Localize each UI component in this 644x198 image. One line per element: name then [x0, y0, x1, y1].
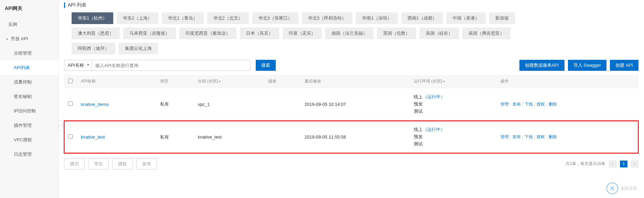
cell-group: vpc_1	[194, 88, 264, 121]
api-name-link[interactable]: knative_demo	[81, 102, 109, 107]
th-desc: 描述	[264, 75, 300, 88]
th-modified: 最后修改	[300, 75, 410, 88]
region-tab[interactable]: 新加坡	[489, 12, 515, 24]
collapse-handle[interactable]: ⋮⋮	[58, 120, 63, 131]
row-checkbox[interactable]	[68, 134, 73, 139]
sidebar-title: API网关	[0, 0, 58, 17]
region-tab[interactable]: 西南1（成都）	[401, 12, 443, 24]
page-title: API 列表	[68, 2, 86, 8]
sidebar-item[interactable]: IP访问控制	[0, 104, 58, 118]
cell-modified: 2019-09-05 11:55:58	[300, 121, 410, 153]
sidebar: API网关 实例开放 API分组管理API列表流量控制签名秘钥IP访问控制插件管…	[0, 0, 59, 198]
cell-type: 私有	[156, 121, 194, 153]
cell-ops: 管理|发布|下线|授权|删除	[496, 88, 638, 121]
sidebar-item[interactable]: VPC授权	[0, 133, 58, 147]
op-publish[interactable]: 发布	[513, 134, 521, 139]
sidebar-item[interactable]: 插件管理	[0, 118, 58, 133]
sidebar-item[interactable]: 实例	[0, 17, 58, 32]
region-tab[interactable]: 华南1（深圳）	[356, 12, 398, 24]
sidebar-item[interactable]: 流量控制	[0, 75, 58, 89]
table-row: knative_test私有knative_test2019-09-05 11:…	[64, 121, 638, 153]
import-swagger-button[interactable]: 导入 Swagger	[568, 60, 607, 71]
api-table: API名称 类型 分组 (全部) 描述 最后修改 运行环境 (全部) 操作 kn…	[64, 75, 638, 154]
select-all-checkbox[interactable]	[68, 79, 73, 83]
region-tabs-row3: 阿联酋（迪拜）集团云化上海	[72, 43, 638, 54]
region-tab[interactable]: 华北3（张家口）	[252, 12, 298, 24]
cell-group: knative_test	[194, 121, 264, 153]
region-tab[interactable]: 美国（弗吉尼亚）	[462, 28, 510, 39]
watermark: 创新互联	[606, 182, 637, 195]
op-auth[interactable]: 授权	[537, 102, 545, 107]
th-group[interactable]: 分组 (全部)	[194, 75, 264, 88]
region-tabs-row1: 华东1（杭州）华东2（上海）华北1（青岛）华北2（北京）华北3（张家口）华北5（…	[72, 12, 638, 24]
th-type: 类型	[156, 75, 194, 88]
pager-page-1[interactable]: 1	[620, 161, 627, 167]
sidebar-item[interactable]: 日志管理	[0, 147, 58, 162]
search-input[interactable]	[92, 60, 250, 71]
region-tab[interactable]: 日本（东京）	[240, 28, 279, 39]
op-manage[interactable]: 管理	[500, 134, 509, 139]
filter-row: API名称 搜索 创建数据服务API 导入 Swagger 创建 API	[64, 60, 638, 71]
region-tab[interactable]: 华东1（杭州）	[72, 12, 113, 24]
region-tab[interactable]: 阿联酋（迪拜）	[72, 43, 115, 54]
table-row: knative_demo私有vpc_12019-09-05 10:14:07线上…	[64, 88, 638, 121]
op-delete[interactable]: 删除	[549, 134, 557, 139]
sidebar-item[interactable]: 签名秘钥	[0, 89, 58, 104]
footer-action-button[interactable]: 拷贝	[64, 158, 85, 169]
region-tab[interactable]: 中国（香港）	[446, 12, 486, 24]
region-tab[interactable]: 澳大利亚（悉尼）	[72, 28, 120, 39]
filter-field-select[interactable]: API名称	[64, 60, 92, 71]
create-data-api-button[interactable]: 创建数据服务API	[519, 60, 564, 71]
footer-action-button[interactable]: 导出	[88, 158, 109, 169]
region-tab[interactable]: 英国（伦敦）	[377, 28, 416, 39]
cell-env: 线上（运行中）预发测试	[410, 88, 496, 121]
cell-env: 线上（运行中）预发测试	[410, 121, 496, 153]
region-tab[interactable]: 华北1（青岛）	[162, 12, 203, 24]
footer-action-button[interactable]: 发布	[136, 158, 157, 169]
cell-desc	[264, 88, 300, 121]
pager-prev[interactable]: ‹	[609, 161, 616, 167]
op-manage[interactable]: 管理	[500, 102, 509, 107]
sidebar-item[interactable]: 分组管理	[0, 46, 58, 60]
search-button[interactable]: 搜索	[256, 60, 276, 71]
main-content: ⋮⋮ API 列表 华东1（杭州）华东2（上海）华北1（青岛）华北2（北京）华北…	[59, 0, 644, 198]
region-tab[interactable]: 马来西亚（吉隆坡）	[123, 28, 176, 39]
footer-row: 拷贝导出授权发布 共2条，每页显示10条 ‹ 1 ›	[64, 158, 638, 169]
pagination-summary: 共2条，每页显示10条	[566, 161, 605, 167]
op-offline[interactable]: 下线	[525, 102, 533, 107]
region-tab[interactable]: 华北2（北京）	[207, 12, 249, 24]
cell-ops: 管理|发布|下线|授权|删除	[496, 121, 638, 153]
region-tab[interactable]: 华北5（呼和浩特）	[302, 12, 352, 24]
cell-desc	[264, 121, 300, 153]
th-name: API名称	[77, 75, 156, 88]
cell-modified: 2019-09-05 10:14:07	[300, 88, 410, 121]
region-tabs-row2: 澳大利亚（悉尼）马来西亚（吉隆坡）印度尼西亚（雅加达）日本（东京）印度（孟买）德…	[72, 28, 638, 39]
region-tab[interactable]: 集团云化上海	[119, 43, 158, 54]
page-title-wrap: API 列表	[64, 0, 638, 11]
op-auth[interactable]: 授权	[537, 134, 545, 139]
footer-action-button[interactable]: 授权	[112, 158, 133, 169]
region-tab[interactable]: 印度尼西亚（雅加达）	[179, 28, 236, 39]
sidebar-item[interactable]: API列表	[0, 60, 58, 75]
region-tab[interactable]: 华东2（上海）	[117, 12, 158, 24]
cell-type: 私有	[156, 88, 194, 121]
op-delete[interactable]: 删除	[549, 102, 557, 107]
sidebar-group-open-api[interactable]: 开放 API	[0, 32, 58, 46]
op-publish[interactable]: 发布	[513, 102, 521, 107]
th-ops: 操作	[496, 75, 638, 88]
api-name-link[interactable]: knative_test	[81, 134, 105, 140]
create-api-button[interactable]: 创建 API	[610, 60, 638, 71]
pager-next[interactable]: ›	[631, 161, 638, 167]
title-accent-bar	[64, 2, 65, 8]
region-tab[interactable]: 印度（孟买）	[283, 28, 322, 39]
th-env[interactable]: 运行环境 (全部)	[410, 75, 496, 88]
row-checkbox[interactable]	[68, 101, 73, 106]
region-tab[interactable]: 德国（法兰克福）	[325, 28, 373, 39]
op-offline[interactable]: 下线	[525, 134, 533, 139]
region-tab[interactable]: 美国（硅谷）	[420, 28, 459, 39]
